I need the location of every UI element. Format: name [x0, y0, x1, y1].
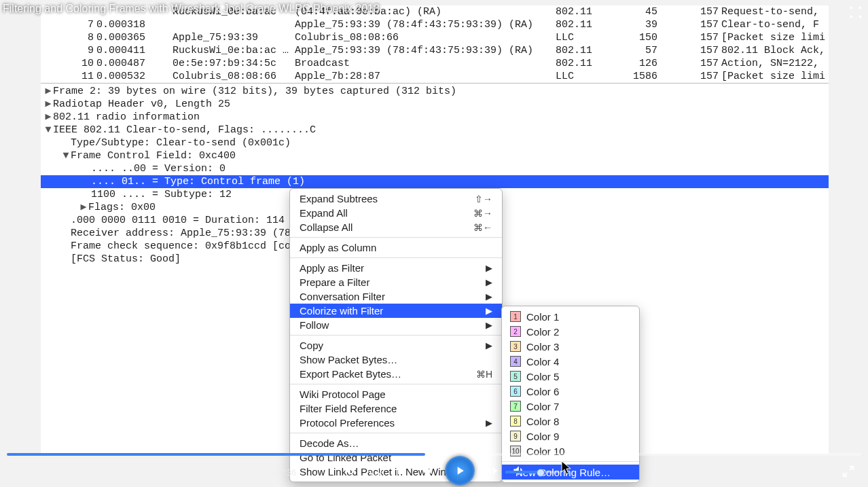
color-option-3[interactable]: 3Color 3	[502, 339, 639, 354]
color-option-2[interactable]: 2Color 2	[502, 324, 639, 339]
menu-export-packet-bytes[interactable]: Export Packet Bytes…⌘H	[290, 367, 502, 381]
loop-button[interactable]	[367, 463, 384, 479]
menu-show-packet-bytes[interactable]: Show Packet Bytes…	[290, 353, 502, 367]
forward-button[interactable]	[484, 463, 501, 479]
submenu-arrow-icon: ▶	[486, 291, 492, 302]
volume-knob[interactable]	[537, 469, 545, 477]
menu-decode-as[interactable]: Decode As…	[290, 436, 502, 450]
color-label: Color 4	[526, 356, 559, 367]
packet-row[interactable]: 70.000318Apple_75:93:39 (78:4f:43:75:93:…	[41, 18, 829, 31]
color-swatch-icon: 6	[510, 386, 521, 397]
menu-separator	[290, 433, 502, 433]
menu-follow[interactable]: Follow▶	[290, 318, 502, 332]
color-swatch-icon: 8	[510, 416, 521, 427]
svg-rect-2	[850, 16, 852, 18]
tree-row[interactable]: .... ..00 = Version: 0	[41, 162, 829, 175]
fullscreen-button[interactable]	[841, 464, 856, 479]
stop-button[interactable]	[393, 463, 410, 479]
context-menu[interactable]: Expand Subtrees⇧→ Expand All⌘→ Collapse …	[289, 188, 503, 482]
packet-row[interactable]: 100.0004870e:5e:97:b9:34:5cBroadcast802.…	[41, 57, 829, 70]
menu-separator	[290, 384, 502, 384]
packet-row[interactable]: 110.000532Colubris_08:08:66Apple_7b:28:8…	[41, 70, 829, 83]
exit-fullscreen-icon[interactable]	[849, 5, 863, 19]
disclosure-right-icon[interactable]: ▶	[43, 98, 53, 111]
menu-colorize-with-filter[interactable]: Colorize with Filter▶	[290, 304, 502, 318]
menu-collapse-all[interactable]: Collapse All⌘←	[290, 220, 502, 234]
color-option-4[interactable]: 4Color 4	[502, 354, 639, 369]
color-label: Color 8	[526, 416, 559, 427]
menu-copy[interactable]: Copy▶	[290, 338, 502, 353]
submenu-arrow-icon: ▶	[486, 418, 492, 428]
menu-separator	[290, 237, 502, 238]
color-label: Color 9	[526, 431, 559, 442]
tree-row[interactable]: ▼Frame Control Field: 0xc400	[41, 149, 829, 162]
menu-separator	[290, 257, 502, 258]
color-option-5[interactable]: 5Color 5	[502, 369, 639, 384]
color-swatch-icon: 2	[510, 326, 521, 337]
menu-apply-as-filter[interactable]: Apply as Filter▶	[290, 261, 502, 275]
submenu-arrow-icon: ▶	[486, 263, 492, 273]
menu-apply-as-column[interactable]: Apply as Column	[290, 240, 502, 255]
volume-slider[interactable]	[505, 471, 560, 473]
packet-list[interactable]: RuckusWi_0e:ba:ac(04:4f:aa:0e:ba:ac) (RA…	[41, 5, 829, 84]
disclosure-down-icon[interactable]: ▼	[43, 124, 53, 137]
disclosure-right-icon[interactable]: ▶	[43, 85, 53, 98]
tree-row-selected[interactable]: .... 01.. = Type: Control frame (1)	[41, 175, 829, 188]
rewind-button[interactable]	[419, 463, 435, 479]
video-controls: 07:36	[0, 452, 868, 487]
tree-row[interactable]: ▶Radiotap Header v0, Length 25	[41, 98, 829, 111]
menu-conversation-filter[interactable]: Conversation Filter▶	[290, 289, 502, 304]
submenu-arrow-icon: ▶	[486, 320, 492, 330]
color-swatch-icon: 5	[510, 371, 521, 382]
menu-expand-subtrees[interactable]: Expand Subtrees⇧→	[290, 192, 502, 206]
color-swatch-icon: 9	[510, 431, 521, 441]
tree-row[interactable]: ▼IEEE 802.11 Clear-to-send, Flags: .....…	[41, 124, 829, 137]
color-label: Color 6	[526, 386, 559, 397]
submenu-arrow-icon: ▶	[486, 306, 492, 316]
svg-rect-6	[398, 467, 405, 474]
color-label: Color 7	[526, 401, 559, 412]
disclosure-down-icon[interactable]: ▼	[61, 149, 71, 162]
disclosure-right-icon[interactable]: ▶	[43, 111, 53, 124]
submenu-arrow-icon: ▶	[486, 277, 492, 287]
svg-rect-1	[859, 7, 861, 9]
volume-fill	[505, 471, 538, 473]
color-option-1[interactable]: 1Color 1	[502, 309, 639, 324]
color-label: Color 3	[526, 341, 559, 353]
menu-prepare-a-filter[interactable]: Prepare a Filter▶	[290, 275, 502, 289]
menu-protocol-preferences[interactable]: Protocol Preferences▶	[290, 416, 502, 430]
menu-separator	[290, 335, 502, 336]
disclosure-right-icon[interactable]: ▶	[79, 201, 88, 214]
color-label: Color 1	[526, 311, 559, 323]
menu-expand-all[interactable]: Expand All⌘→	[290, 206, 502, 220]
mute-button[interactable]	[342, 463, 358, 479]
tree-row[interactable]: Type/Subtype: Clear-to-send (0x001c)	[41, 137, 829, 149]
packet-row[interactable]: 80.000365Apple_75:93:39Colubris_08:08:66…	[41, 31, 829, 44]
color-swatch-icon: 7	[510, 401, 521, 412]
color-swatch-icon: 1	[510, 311, 521, 322]
tree-row[interactable]: ▶Frame 2: 39 bytes on wire (312 bits), 3…	[41, 85, 829, 98]
menu-filter-field-reference[interactable]: Filter Field Reference	[290, 401, 502, 416]
packet-row[interactable]: 90.000411RuckusWi_0e:ba:ac …Apple_75:93:…	[41, 44, 829, 57]
color-option-9[interactable]: 9Color 9	[502, 429, 639, 444]
svg-rect-3	[859, 16, 861, 18]
color-label: Color 2	[526, 326, 559, 338]
color-label: Color 5	[526, 371, 559, 382]
color-swatch-icon: 4	[510, 356, 521, 367]
menu-wiki-protocol-page[interactable]: Wiki Protocol Page	[290, 387, 502, 401]
color-option-6[interactable]: 6Color 6	[502, 384, 639, 399]
play-button[interactable]	[445, 456, 475, 486]
submenu-arrow-icon: ▶	[486, 340, 492, 350]
tree-row[interactable]: ▶802.11 radio information	[41, 111, 829, 124]
video-title: Filtering and Coloring Frames with Wires…	[3, 3, 380, 15]
svg-rect-0	[850, 7, 852, 9]
video-frame: RuckusWi_0e:ba:ac(04:4f:aa:0e:ba:ac) (RA…	[0, 0, 868, 487]
current-time: 07:36	[276, 468, 296, 477]
color-option-8[interactable]: 8Color 8	[502, 414, 639, 429]
color-swatch-icon: 3	[510, 341, 521, 352]
color-option-7[interactable]: 7Color 7	[502, 399, 639, 414]
